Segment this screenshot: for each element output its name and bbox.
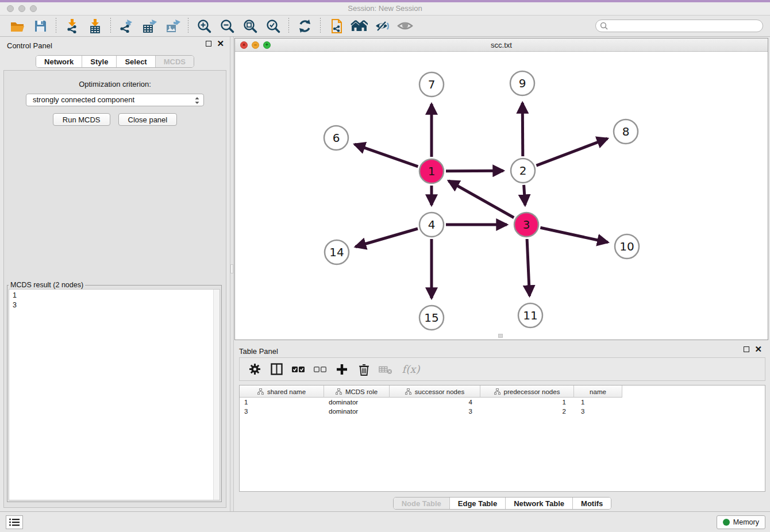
table-cell[interactable]: 3 <box>390 407 480 416</box>
graph-node-3[interactable]: 3 <box>514 213 538 237</box>
search-icon <box>600 22 608 32</box>
import-network-icon[interactable] <box>63 17 80 34</box>
optimization-criterion-label: Optimization criterion: <box>4 80 226 88</box>
export-table-icon[interactable] <box>141 17 158 34</box>
float-panel-icon[interactable] <box>206 41 211 47</box>
splitter-grip[interactable] <box>230 264 233 273</box>
run-mcds-button[interactable]: Run MCDS <box>53 113 110 126</box>
graph-edge-2-3[interactable] <box>524 185 525 205</box>
table-cell[interactable]: 3 <box>574 407 622 416</box>
tab-network-table[interactable]: Network Table <box>505 498 572 509</box>
zoom-selected-icon[interactable] <box>264 17 282 34</box>
panel-splitter[interactable] <box>230 37 234 511</box>
column-header-successor-nodes[interactable]: successor nodes <box>390 385 480 398</box>
tab-select[interactable]: Select <box>116 56 155 67</box>
graph-node-1[interactable]: 1 <box>419 159 444 183</box>
import-table-icon[interactable] <box>86 17 103 34</box>
table-cell[interactable]: dominator <box>324 407 390 416</box>
table-cell[interactable]: 4 <box>390 398 480 407</box>
network-document-icon[interactable] <box>328 17 345 34</box>
column-header-name[interactable]: name <box>574 385 622 398</box>
column-header-predecessor-nodes[interactable]: predecessor nodes <box>480 385 574 398</box>
tab-mcds[interactable]: MCDS <box>155 56 194 67</box>
add-column-icon[interactable] <box>334 362 349 377</box>
mcds-result-scrollbar[interactable] <box>213 290 220 500</box>
tab-node-table[interactable]: Node Table <box>394 498 449 509</box>
memory-button[interactable]: Memory <box>717 515 765 529</box>
tree-icon <box>405 388 411 395</box>
network-canvas[interactable]: 7968124314101511 <box>235 52 768 340</box>
control-panel-title: Control Panel <box>7 41 52 50</box>
table-cell[interactable]: 1 <box>574 398 622 407</box>
table-cell[interactable]: 3 <box>240 407 324 416</box>
network-graph[interactable]: 7968124314101511 <box>235 52 768 340</box>
tab-motifs[interactable]: Motifs <box>572 498 611 509</box>
table-cell[interactable]: 1 <box>480 398 574 407</box>
select-all-icon[interactable] <box>291 362 306 377</box>
show-columns-icon[interactable] <box>269 362 284 377</box>
table-cell[interactable]: 2 <box>480 407 574 416</box>
network-window-titlebar[interactable]: × − + scc.txt <box>235 38 768 52</box>
column-header-label: predecessor nodes <box>504 388 560 395</box>
graph-node-14[interactable]: 14 <box>325 240 349 264</box>
svg-text:1: 1 <box>428 164 436 178</box>
graphics-details-icon[interactable] <box>374 17 391 34</box>
graph-node-10[interactable]: 10 <box>615 234 639 259</box>
apply-layout-icon[interactable] <box>296 17 313 34</box>
table-cell[interactable]: dominator <box>324 398 390 407</box>
node-table[interactable]: shared nameMCDS rolesuccessor nodesprede… <box>239 385 765 492</box>
birds-eye-view-icon[interactable] <box>396 17 414 34</box>
save-session-icon[interactable] <box>32 17 49 34</box>
zoom-in-icon[interactable] <box>195 17 213 34</box>
window-title: Session: New Session <box>0 4 770 13</box>
graph-node-8[interactable]: 8 <box>614 119 638 144</box>
graph-edge-2-9[interactable] <box>522 103 523 156</box>
optimization-criterion-dropdown[interactable]: strongly connected component <box>26 94 204 106</box>
close-panel-icon[interactable]: ✕ <box>217 40 224 47</box>
control-panel: Control Panel ✕ NetworkStyleSelectMCDS O… <box>0 37 230 511</box>
table-toolbar: f(x) <box>239 357 765 381</box>
graph-node-2[interactable]: 2 <box>511 159 535 183</box>
graph-edge-1-6[interactable] <box>355 144 418 167</box>
deselect-all-icon[interactable] <box>313 362 328 377</box>
open-session-icon[interactable] <box>9 17 26 34</box>
graph-node-11[interactable]: 11 <box>518 303 542 327</box>
graph-node-7[interactable]: 7 <box>419 72 444 97</box>
graph-node-4[interactable]: 4 <box>419 213 444 237</box>
tab-network[interactable]: Network <box>36 56 82 67</box>
column-header-shared-name[interactable]: shared name <box>240 385 324 398</box>
svg-text:7: 7 <box>428 78 436 91</box>
window-top-edge <box>0 0 770 2</box>
zoom-fit-icon[interactable] <box>241 17 259 34</box>
graph-edge-3-1[interactable] <box>449 181 514 218</box>
close-panel-icon[interactable]: ✕ <box>754 346 762 353</box>
graph-node-15[interactable]: 15 <box>419 306 444 330</box>
table-settings-gear-icon[interactable] <box>247 362 262 377</box>
close-panel-button[interactable]: Close panel <box>118 113 178 126</box>
graph-edge-2-8[interactable] <box>536 138 607 165</box>
column-header-MCDS-role[interactable]: MCDS role <box>324 385 390 398</box>
delete-column-icon[interactable] <box>356 362 371 377</box>
export-network-icon[interactable] <box>118 17 135 34</box>
graph-node-6[interactable]: 6 <box>324 126 348 150</box>
tab-style[interactable]: Style <box>82 56 116 67</box>
table-header-row: shared nameMCDS rolesuccessor nodesprede… <box>240 385 765 398</box>
graph-edge-4-14[interactable] <box>356 229 418 247</box>
table-row[interactable]: 3dominator323 <box>240 407 765 416</box>
graph-node-9[interactable]: 9 <box>510 71 534 95</box>
cybrowser-home-icon[interactable] <box>351 17 368 34</box>
float-panel-icon[interactable] <box>744 346 749 352</box>
search-input[interactable] <box>595 20 763 32</box>
table-cell[interactable]: 1 <box>240 398 324 407</box>
table-row[interactable]: 1dominator411 <box>240 398 765 407</box>
graph-edge-3-10[interactable] <box>540 228 607 242</box>
task-history-button[interactable] <box>6 515 23 529</box>
graph-edge-3-11[interactable] <box>527 239 529 296</box>
svg-text:11: 11 <box>523 309 537 322</box>
graph-edge-1-2[interactable] <box>446 171 503 171</box>
canvas-scroll-handle[interactable] <box>498 334 503 338</box>
zoom-out-icon[interactable] <box>218 17 236 34</box>
tab-edge-table[interactable]: Edge Table <box>449 498 505 509</box>
mcds-result-box[interactable]: 1 3 <box>9 289 220 500</box>
export-image-icon[interactable] <box>164 17 181 34</box>
